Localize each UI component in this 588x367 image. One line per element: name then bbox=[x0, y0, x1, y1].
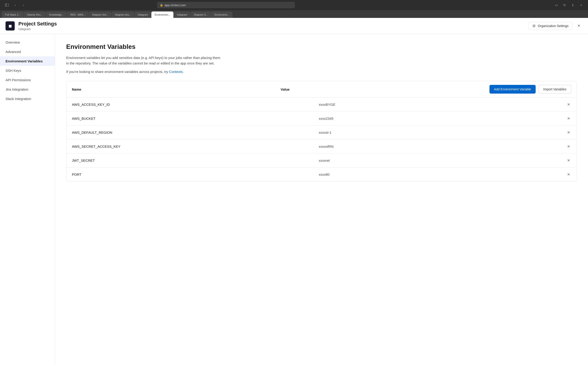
add-environment-variable-button[interactable]: Add Environment Variable bbox=[489, 85, 536, 94]
browser-tabs: Full Stack J... Udacity Rev... Knowledge… bbox=[0, 10, 588, 18]
forward-btn[interactable]: › bbox=[20, 2, 27, 8]
lock-icon: 🔒 bbox=[160, 4, 163, 7]
sidebar-toggle-btn[interactable] bbox=[4, 2, 10, 8]
table-row: JWT_SECRET xxxxret ✕ bbox=[66, 153, 577, 167]
col-name-header: Name bbox=[72, 87, 281, 91]
delete-var-button[interactable]: ✕ bbox=[566, 144, 571, 149]
svg-point-2 bbox=[533, 25, 535, 27]
browser-chrome: ‹ › 🔒 app.circleci.com ▭ ↻ ⇓ + bbox=[0, 0, 588, 10]
tab-udacity-rev[interactable]: Udacity Rev... bbox=[24, 11, 46, 18]
tab-environmen[interactable]: Environmen... bbox=[151, 11, 173, 18]
back-btn[interactable]: ‹ bbox=[12, 2, 18, 8]
tab-knowledge[interactable]: Knowledge... bbox=[46, 11, 67, 18]
page-title: Environment Variables bbox=[66, 43, 577, 50]
contexts-link[interactable]: Contexts bbox=[169, 70, 183, 74]
table-row: AWS_ACCESS_KEY_ID xxxxBYGE ✕ bbox=[66, 98, 577, 111]
var-name: AWS_ACCESS_KEY_ID bbox=[72, 102, 319, 106]
var-value: xxxx2345 bbox=[319, 117, 566, 120]
table-row: AWS_DEFAULT_REGION xxxxst-1 ✕ bbox=[66, 125, 577, 140]
delete-var-button[interactable]: ✕ bbox=[566, 158, 571, 163]
var-value: xxxxst-1 bbox=[319, 131, 566, 134]
browser-nav-controls: ‹ › bbox=[4, 2, 27, 8]
sidebar-item-overview[interactable]: Overview bbox=[0, 38, 55, 47]
tab-screenshot[interactable]: Screenshot... bbox=[211, 11, 233, 18]
col-value-header: Value bbox=[281, 87, 489, 91]
sidebar-item-slack-integration[interactable]: Slack Integration bbox=[0, 94, 55, 103]
variables-table: Name Value Add Environment Variable Impo… bbox=[66, 81, 577, 181]
var-name: AWS_DEFAULT_REGION bbox=[72, 131, 319, 134]
description-text: Environment variables let you add sensit… bbox=[66, 55, 222, 66]
table-row: AWS_SECRET_ACCESS_KEY xxxxofRN ✕ bbox=[66, 140, 577, 153]
table-row: AWS_BUCKET xxxx2345 ✕ bbox=[66, 111, 577, 125]
main-content: Environment Variables Environment variab… bbox=[55, 34, 588, 365]
close-button[interactable]: × bbox=[575, 22, 582, 30]
app-header: ◼ Project Settings Udagram Organization … bbox=[0, 18, 588, 34]
header-title-block: Project Settings Udagram bbox=[18, 21, 57, 31]
org-settings-label: Organization Settings bbox=[538, 24, 569, 28]
table-actions: Add Environment Variable Import Variable… bbox=[489, 85, 571, 94]
table-header: Name Value Add Environment Variable Impo… bbox=[66, 81, 577, 98]
table-row: PORT xxxx80 ✕ bbox=[66, 167, 577, 181]
tab-full-stack[interactable]: Full Stack J... bbox=[2, 11, 23, 18]
tab-udagram2[interactable]: Udagram bbox=[174, 11, 190, 18]
download-btn[interactable]: ⇓ bbox=[570, 2, 576, 8]
var-value: xxxx80 bbox=[319, 173, 566, 176]
app-body: Overview Advanced Environment Variables … bbox=[0, 34, 588, 365]
browser-right-controls: ▭ ↻ ⇓ + bbox=[553, 2, 584, 8]
project-settings-title: Project Settings bbox=[18, 21, 57, 27]
svg-rect-0 bbox=[5, 4, 9, 6]
sidebar-item-jira-integration[interactable]: Jira Integration bbox=[0, 85, 55, 94]
var-name: JWT_SECRET bbox=[72, 158, 319, 162]
delete-var-button[interactable]: ✕ bbox=[566, 116, 571, 121]
delete-var-button[interactable]: ✕ bbox=[566, 172, 571, 177]
sidebar: Overview Advanced Environment Variables … bbox=[0, 34, 55, 365]
cast-btn[interactable]: ▭ bbox=[553, 2, 560, 8]
tab-rds-aws[interactable]: RDS · AWS... bbox=[67, 11, 89, 18]
gear-icon bbox=[532, 24, 536, 28]
address-bar[interactable]: 🔒 app.circleci.com bbox=[157, 2, 295, 8]
header-left: ◼ Project Settings Udagram bbox=[6, 21, 57, 31]
sidebar-item-environment-variables[interactable]: Environment Variables bbox=[0, 56, 55, 66]
tab-udagram[interactable]: Udagram bbox=[134, 11, 151, 18]
new-tab-btn[interactable]: + bbox=[578, 2, 584, 8]
tab-diagram3[interactable]: Diagram 3... bbox=[191, 11, 211, 18]
reload-btn[interactable]: ↻ bbox=[561, 2, 568, 8]
header-right: Organization Settings × bbox=[528, 22, 582, 30]
project-name-subtitle: Udagram bbox=[18, 27, 57, 31]
var-value: xxxxBYGE bbox=[319, 102, 566, 106]
var-value: xxxxofRN bbox=[319, 144, 566, 148]
delete-var-button[interactable]: ✕ bbox=[566, 130, 571, 135]
sidebar-item-ssh-keys[interactable]: SSH Keys bbox=[0, 66, 55, 75]
var-name: AWS_BUCKET bbox=[72, 117, 319, 120]
sidebar-item-advanced[interactable]: Advanced bbox=[0, 47, 55, 56]
import-variables-button[interactable]: Import Variables bbox=[538, 85, 571, 94]
delete-var-button[interactable]: ✕ bbox=[566, 102, 571, 107]
sidebar-item-api-permissions[interactable]: API Permissions bbox=[0, 75, 55, 85]
project-icon: ◼ bbox=[6, 21, 15, 31]
var-name: AWS_SECRET_ACCESS_KEY bbox=[72, 144, 319, 148]
tab-diagram-dra[interactable]: Diagram.dra... bbox=[112, 11, 134, 18]
var-value: xxxxret bbox=[319, 158, 566, 162]
org-settings-button[interactable]: Organization Settings bbox=[528, 22, 572, 30]
contexts-text: If you're looking to share environment v… bbox=[66, 70, 577, 74]
tab-diagram-sof[interactable]: Diagram Sof... bbox=[89, 11, 111, 18]
url-text: app.circleci.com bbox=[164, 3, 186, 7]
var-name: PORT bbox=[72, 173, 319, 176]
